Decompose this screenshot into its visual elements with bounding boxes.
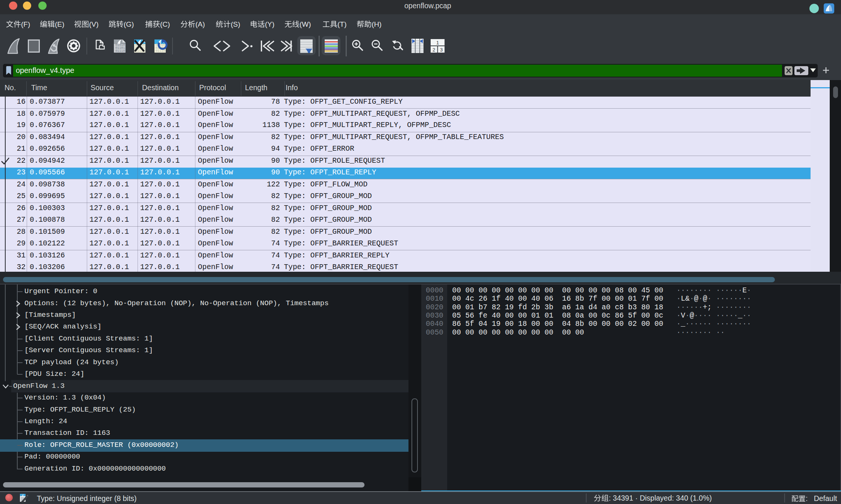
svg-text:3: 3 [440,47,443,53]
svg-text:01110: 01110 [115,49,125,53]
svg-text:01110: 01110 [156,49,165,53]
svg-text:1: 1 [436,40,439,45]
svg-text:2: 2 [433,47,435,53]
